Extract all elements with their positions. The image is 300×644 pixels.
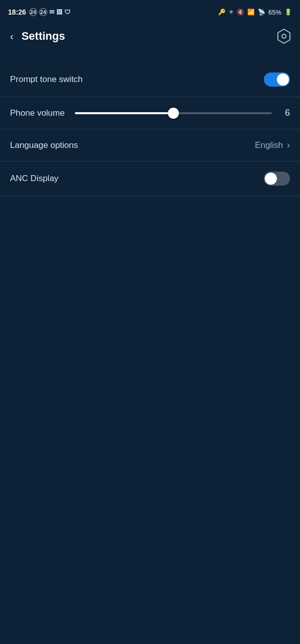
mute-icon: 🔇: [237, 9, 244, 16]
shield-icon: 🛡: [64, 9, 70, 16]
chevron-right-icon: ›: [287, 140, 290, 150]
status-time: 18:26: [8, 8, 26, 16]
mail-icon: ✉: [49, 9, 54, 16]
anc-display-toggle[interactable]: [264, 172, 290, 186]
settings-hex-icon[interactable]: [276, 28, 292, 44]
volume-value: 6: [280, 108, 290, 118]
prompt-tone-toggle[interactable]: [264, 72, 290, 87]
status-bar: 18:26 24 24 ✉ 🖼 🛡 🔑 ✳ 🔇 📶 📡 65% 🔋: [0, 0, 300, 22]
anc-display-item: ANC Display: [0, 162, 300, 196]
svg-marker-0: [278, 29, 290, 43]
volume-row: 6: [75, 108, 290, 118]
back-button[interactable]: ‹: [8, 29, 16, 44]
gallery-icon: 🖼: [56, 9, 62, 16]
language-value: English: [255, 140, 283, 150]
svg-point-1: [282, 34, 286, 38]
bluetooth-icon: ✳: [229, 9, 234, 16]
key-icon: 🔑: [218, 9, 226, 16]
battery-percent: 65%: [268, 9, 281, 16]
volume-slider[interactable]: [75, 112, 272, 114]
anc-display-label: ANC Display: [10, 174, 58, 184]
language-options-item[interactable]: Language options English ›: [0, 129, 300, 162]
prompt-tone-label: Prompt tone switch: [10, 74, 83, 85]
phone-volume-item: Phone volume 6: [0, 97, 300, 129]
wifi-icon: 📶: [247, 9, 255, 16]
prompt-tone-toggle-thumb: [277, 73, 289, 86]
notification-icon-1: 24: [29, 8, 37, 16]
page-title: Settings: [22, 30, 270, 43]
language-options-label: Language options: [10, 140, 78, 150]
status-left: 18:26 24 24 ✉ 🖼 🛡: [8, 8, 70, 16]
slider-fill: [75, 112, 173, 114]
settings-list: Prompt tone switch Phone volume 6 Langua…: [0, 62, 300, 196]
language-options-right: English ›: [255, 140, 290, 150]
slider-thumb[interactable]: [168, 108, 179, 119]
prompt-tone-item: Prompt tone switch: [0, 62, 300, 97]
notification-icon-2: 24: [39, 8, 47, 16]
status-icons-left: 24 24 ✉ 🖼 🛡: [29, 8, 70, 16]
header: ‹ Settings: [0, 22, 300, 52]
battery-icon: 🔋: [284, 9, 292, 16]
anc-display-toggle-thumb: [265, 173, 277, 185]
phone-volume-label: Phone volume: [10, 108, 65, 118]
status-right: 🔑 ✳ 🔇 📶 📡 65% 🔋: [218, 9, 292, 16]
signal-icon: 📡: [258, 9, 265, 16]
